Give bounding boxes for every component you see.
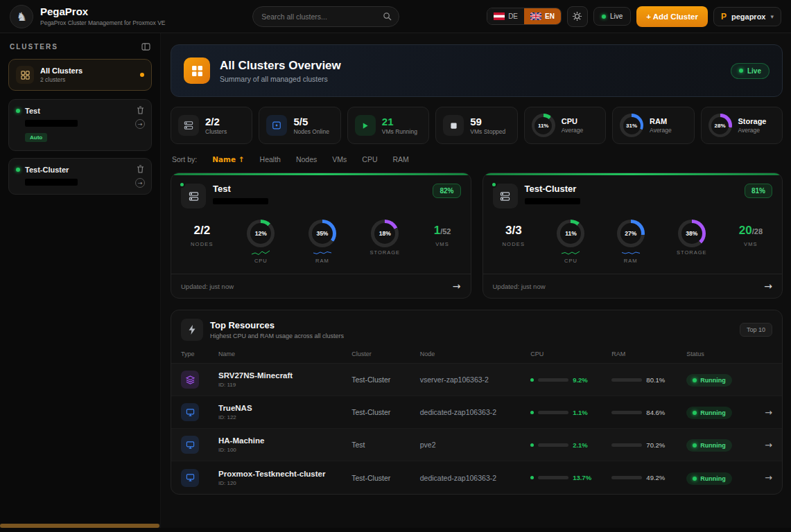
cpu-indicator-dot — [530, 411, 534, 414]
stat-vms-stopped: 59 VMs Stopped — [435, 107, 517, 144]
ram-meter: 70.2% — [611, 441, 686, 449]
stat-clusters: 2/2 Clusters — [171, 107, 252, 144]
app-name: PegaProx — [40, 6, 165, 18]
stat-vms-running: 21 VMs Running — [347, 107, 429, 144]
horizontal-scrollbar[interactable] — [0, 524, 160, 528]
table-row[interactable]: HA-Machine ID: 100 Test pve2 2.1% 70.2% … — [171, 429, 782, 461]
settings-button[interactable] — [567, 6, 588, 27]
search-icon — [383, 12, 392, 21]
stat-label: VMs Running — [382, 128, 417, 135]
cpu-indicator-dot — [530, 443, 534, 447]
sidebar-item-all-clusters[interactable]: All Clusters 2 clusters — [8, 59, 152, 91]
health-badge: 82% — [433, 184, 460, 198]
server-icon — [178, 115, 199, 136]
ram-sparkline — [622, 249, 640, 256]
table-row[interactable]: Proxmox-Testknecht-cluster ID: 120 Test-… — [171, 461, 782, 494]
sort-bar: Sort by: Name ↑ Health Nodes VMs CPU RAM — [172, 155, 781, 163]
vm-cluster: Test-Cluster — [351, 474, 419, 482]
table-header: Type Name Cluster Node CPU RAM Status — [171, 348, 782, 364]
app-subtitle: PegaProx Cluster Management for Proxmox … — [40, 19, 165, 26]
sort-option-ram[interactable]: RAM — [392, 155, 408, 163]
brand: ♞ PegaProx PegaProx Cluster Management f… — [10, 5, 165, 28]
cpu-meter: 2.1% — [530, 441, 611, 449]
container-layers-icon — [181, 371, 199, 389]
flag-de-icon — [494, 12, 505, 20]
vm-node: dedicated-zap106363-2 — [420, 408, 530, 416]
cpu-indicator-dot — [530, 378, 534, 382]
vm-name: TrueNAS — [218, 404, 351, 412]
cpu-gauge: 11% — [532, 114, 555, 137]
row-arrow-icon[interactable]: → — [751, 407, 772, 418]
cpu-meter: 1.1% — [530, 409, 611, 416]
stat-label: CPU — [562, 118, 584, 125]
vm-name: SRV27NS-Minecraft — [218, 371, 351, 380]
stat-sublabel: Average — [738, 127, 767, 134]
sidebar-item-cluster-test-cluster[interactable]: Test-Cluster → — [8, 158, 152, 195]
cluster-grid: Test 82% 2/2 NODES 12% CPU — [171, 172, 783, 299]
stat-label: VMs Stopped — [470, 128, 505, 135]
online-dot — [491, 181, 497, 188]
cluster-card-test[interactable]: Test 82% 2/2 NODES 12% CPU — [171, 172, 471, 299]
search-input[interactable] — [260, 12, 377, 21]
row-arrow-icon[interactable]: → — [751, 472, 772, 483]
vm-monitor-icon — [181, 403, 199, 421]
status-badge: Running — [686, 472, 732, 485]
ram-sparkline — [313, 249, 331, 256]
lightning-icon — [181, 319, 203, 341]
collapse-sidebar-icon[interactable] — [141, 43, 150, 51]
all-clusters-label: All Clusters — [40, 66, 82, 75]
language-toggle: DE EN — [487, 8, 562, 25]
auto-badge: Auto — [25, 133, 47, 142]
stat-value: 21 — [382, 116, 417, 127]
running-dot-icon — [693, 477, 697, 481]
table-row[interactable]: TrueNAS ID: 122 Test-Cluster dedicated-z… — [171, 396, 782, 429]
cluster-card-test-cluster[interactable]: Test-Cluster 81% 3/3 NODES 11% — [483, 172, 783, 299]
grid-icon — [16, 66, 34, 84]
open-cluster-icon[interactable]: → — [135, 178, 145, 188]
stat-storage-average: 28% Storage Average — [701, 107, 783, 144]
app-header: ♞ PegaProx PegaProx Cluster Management f… — [0, 0, 791, 33]
live-status-pill[interactable]: Live — [593, 7, 631, 26]
vms-stat: 20/28 VMS — [739, 220, 763, 247]
redacted-address — [525, 198, 580, 204]
vm-cluster: Test-Cluster — [351, 375, 419, 384]
open-cluster-arrow-icon[interactable]: → — [453, 281, 461, 292]
sort-option-health[interactable]: Health — [260, 155, 281, 163]
status-badge: Running — [686, 407, 732, 419]
stat-label: Storage — [738, 118, 767, 125]
sort-option-vms[interactable]: VMs — [332, 155, 347, 163]
language-en-button[interactable]: EN — [524, 8, 561, 24]
scrollbar-thumb[interactable] — [0, 524, 159, 528]
sort-option-cpu[interactable]: CPU — [362, 155, 377, 163]
table-row[interactable]: SRV27NS-Minecraft ID: 119 Test-Cluster v… — [171, 364, 782, 396]
overview-live-badge: Live — [731, 63, 770, 79]
stat-value: 5/5 — [293, 116, 329, 127]
running-dot-icon — [693, 411, 697, 415]
sort-option-nodes[interactable]: Nodes — [296, 155, 317, 163]
selected-indicator-dot — [140, 73, 144, 77]
vm-monitor-icon — [181, 436, 199, 454]
open-cluster-arrow-icon[interactable]: → — [764, 281, 772, 292]
delete-cluster-icon[interactable] — [137, 106, 144, 114]
overview-hero: All Clusters Overview Summary of all man… — [171, 44, 783, 97]
delete-cluster-icon[interactable] — [137, 165, 144, 173]
vm-name: HA-Machine — [218, 436, 351, 445]
nodes-stat: 3/3 NODES — [503, 220, 525, 247]
language-de-button[interactable]: DE — [487, 8, 524, 24]
add-cluster-button[interactable]: + Add Cluster — [636, 6, 708, 27]
open-cluster-icon[interactable]: → — [135, 119, 145, 129]
row-arrow-icon[interactable]: → — [751, 440, 772, 450]
user-menu[interactable]: P pegaprox ▾ — [713, 7, 781, 26]
ram-gauge: 31% — [620, 114, 643, 137]
sort-option-name[interactable]: Name ↑ — [212, 155, 244, 163]
vm-cluster: Test — [351, 441, 419, 449]
sidebar-item-cluster-test[interactable]: Test Auto → — [8, 99, 152, 151]
top-resources-card: Top Resources Highest CPU and RAM usage … — [171, 310, 783, 495]
ram-gauge: 35% RAM — [308, 220, 336, 264]
running-dot-icon — [693, 443, 697, 447]
vm-id: ID: 122 — [218, 414, 351, 420]
running-dot-icon — [693, 378, 697, 382]
play-icon — [355, 115, 376, 136]
vm-cluster: Test-Cluster — [351, 408, 419, 416]
stat-sublabel: Average — [650, 127, 672, 134]
